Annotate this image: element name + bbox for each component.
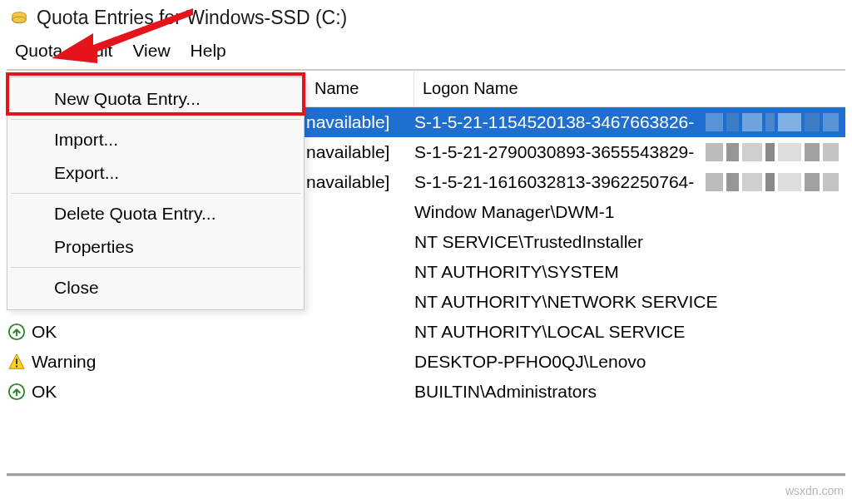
- status-cell: OK: [32, 322, 57, 342]
- menu-separator: [11, 119, 300, 120]
- menu-item-close[interactable]: Close: [7, 271, 304, 304]
- title-bar: Quota Entries for Windows-SSD (C:): [0, 0, 852, 36]
- status-cell: OK: [32, 382, 57, 402]
- logon-cell: S-1-5-21-2790030893-3655543829-: [414, 142, 694, 162]
- ok-icon: [7, 322, 27, 342]
- menubar: Quota Edit View Help: [0, 36, 852, 69]
- menu-help[interactable]: Help: [186, 37, 241, 64]
- watermark: wsxdn.com: [785, 484, 844, 497]
- menu-edit[interactable]: Edit: [77, 37, 127, 64]
- status-cell: Warning: [32, 352, 96, 372]
- logon-cell: NT AUTHORITY\NETWORK SERVICE: [414, 292, 717, 312]
- menu-separator: [11, 193, 300, 194]
- window-title: Quota Entries for Windows-SSD (C:): [37, 7, 347, 29]
- logon-cell: NT AUTHORITY\SYSTEM: [414, 262, 619, 282]
- logon-cell: NT SERVICE\TrustedInstaller: [414, 232, 643, 252]
- table-row[interactable]: OKBUILTIN\Administrators: [7, 377, 845, 407]
- warning-icon: [7, 352, 27, 372]
- menu-item-import[interactable]: Import...: [7, 123, 304, 156]
- col-name[interactable]: Name: [306, 71, 414, 106]
- name-cell: navailable]: [306, 142, 389, 162]
- menu-item-delete-quota-entry[interactable]: Delete Quota Entry...: [7, 197, 304, 230]
- quota-dropdown-menu: New Quota Entry... Import... Export... D…: [7, 77, 305, 310]
- name-cell: navailable]: [306, 172, 389, 192]
- app-icon: [10, 9, 28, 27]
- menu-item-export[interactable]: Export...: [7, 156, 304, 190]
- svg-rect-7: [16, 358, 17, 363]
- menu-item-new-quota-entry[interactable]: New Quota Entry...: [7, 82, 304, 116]
- logon-cell: Window Manager\DWM-1: [414, 202, 614, 222]
- table-row[interactable]: WarningDESKTOP-PFHO0QJ\Lenovo: [7, 347, 845, 377]
- menu-view[interactable]: View: [127, 37, 185, 64]
- logon-cell: NT AUTHORITY\LOCAL SERVICE: [414, 322, 685, 342]
- logon-cell: DESKTOP-PFHO0QJ\Lenovo: [414, 352, 646, 372]
- status-bar-divider: [7, 473, 845, 477]
- ok-icon: [7, 382, 27, 402]
- table-row[interactable]: OKNT AUTHORITY\LOCAL SERVICE: [7, 317, 845, 347]
- logon-cell: S-1-5-21-1616032813-3962250764-: [414, 172, 694, 192]
- logon-cell: S-1-5-21-1154520138-3467663826-: [414, 112, 694, 132]
- svg-rect-8: [16, 366, 17, 368]
- name-cell: navailable]: [306, 112, 389, 132]
- menu-quota[interactable]: Quota: [10, 37, 77, 64]
- col-logon[interactable]: Logon Name: [414, 71, 830, 106]
- menu-separator: [11, 267, 300, 268]
- menu-item-properties[interactable]: Properties: [7, 230, 304, 264]
- logon-cell: BUILTIN\Administrators: [414, 382, 597, 402]
